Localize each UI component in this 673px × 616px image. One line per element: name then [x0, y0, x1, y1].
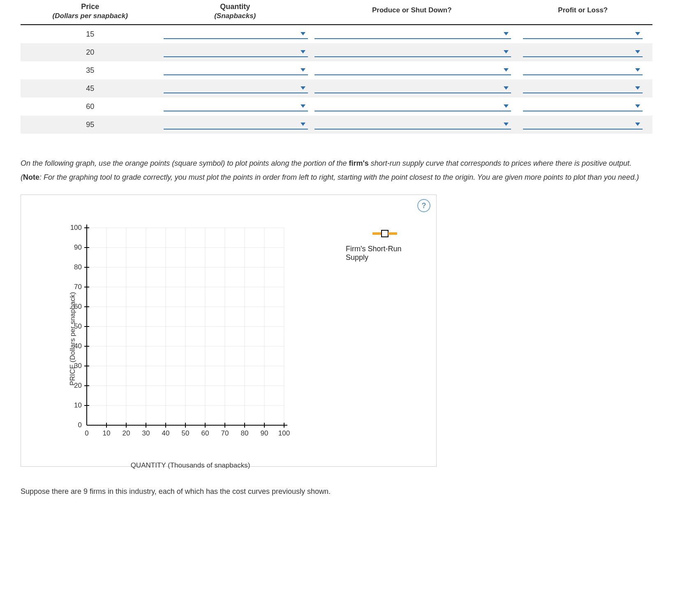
svg-marker-16 [504, 123, 509, 126]
x-tick: 90 [257, 429, 271, 438]
y-tick: 10 [65, 401, 82, 410]
svg-marker-17 [635, 123, 640, 126]
caret-down-icon [634, 31, 641, 36]
table-row: 45 [21, 79, 652, 97]
y-tick: 70 [65, 283, 82, 291]
x-tick: 50 [178, 429, 192, 438]
svg-marker-8 [635, 68, 640, 72]
square-symbol-icon [372, 230, 397, 237]
svg-marker-14 [635, 104, 640, 108]
x-tick: 70 [218, 429, 232, 438]
table-row: 15 [21, 25, 652, 43]
x-axis-label: QUANTITY (Thousands of snapbacks) [83, 461, 297, 470]
profit-dropdown[interactable] [523, 120, 643, 130]
quantity-dropdown[interactable] [164, 47, 308, 57]
caret-down-icon [503, 104, 509, 109]
caret-down-icon [503, 86, 509, 90]
quantity-dropdown[interactable] [164, 120, 308, 130]
table-row: 60 [21, 97, 652, 116]
svg-marker-3 [301, 50, 305, 53]
profit-dropdown[interactable] [523, 65, 643, 75]
th-price: Price [21, 0, 160, 12]
caret-down-icon [634, 49, 641, 54]
x-tick: 80 [238, 429, 252, 438]
quantity-dropdown[interactable] [164, 83, 308, 93]
caret-down-icon [503, 31, 509, 36]
y-tick: 100 [65, 224, 82, 232]
y-axis-label: PRICE (Dollars per snapback) [69, 292, 77, 386]
produce-dropdown[interactable] [315, 83, 511, 93]
price-cell: 45 [21, 79, 160, 97]
svg-marker-15 [301, 123, 305, 126]
profit-dropdown[interactable] [523, 47, 643, 57]
y-tick: 90 [65, 243, 82, 252]
x-tick: 30 [139, 429, 153, 438]
produce-dropdown[interactable] [315, 65, 511, 75]
svg-marker-4 [504, 50, 509, 53]
table-row: 20 [21, 43, 652, 61]
svg-marker-5 [635, 50, 640, 53]
svg-marker-1 [504, 32, 509, 35]
svg-marker-6 [301, 68, 305, 72]
produce-dropdown[interactable] [315, 102, 511, 111]
price-cell: 95 [21, 116, 160, 134]
table-row: 35 [21, 61, 652, 79]
caret-down-icon [634, 67, 641, 72]
caret-down-icon [300, 49, 306, 54]
produce-dropdown[interactable] [315, 120, 511, 130]
x-tick: 10 [99, 429, 113, 438]
graph-instructions: On the following graph, use the orange p… [21, 156, 652, 184]
th-quantity-sub: (Snapbacks) [160, 12, 310, 25]
caret-down-icon [503, 49, 509, 54]
svg-marker-10 [504, 86, 509, 90]
profit-dropdown[interactable] [523, 102, 643, 111]
caret-down-icon [300, 104, 306, 109]
x-tick: 0 [80, 429, 94, 438]
th-profit: Profit or Loss? [513, 0, 652, 25]
plot-area[interactable]: 0102030405060708090100 01020304050607080… [46, 224, 424, 454]
table-row: 95 [21, 116, 652, 134]
caret-down-icon [300, 122, 306, 127]
price-cell: 35 [21, 61, 160, 79]
profit-dropdown[interactable] [523, 29, 643, 39]
x-tick: 100 [277, 429, 291, 438]
svg-marker-0 [301, 32, 305, 35]
caret-down-icon [300, 86, 306, 90]
profit-dropdown[interactable] [523, 83, 643, 93]
caret-down-icon [634, 104, 641, 109]
svg-marker-9 [301, 86, 305, 90]
x-tick: 60 [198, 429, 212, 438]
svg-marker-11 [635, 86, 640, 90]
produce-dropdown[interactable] [315, 29, 511, 39]
svg-marker-12 [301, 104, 305, 108]
quantity-dropdown[interactable] [164, 29, 308, 39]
price-cell: 60 [21, 97, 160, 116]
caret-down-icon [634, 122, 641, 127]
caret-down-icon [503, 67, 509, 72]
price-table: Price Quantity Produce or Shut Down? Pro… [21, 0, 652, 134]
x-tick: 40 [159, 429, 173, 438]
legend-supply[interactable]: Firm's Short-Run Supply [346, 230, 424, 262]
produce-dropdown[interactable] [315, 47, 511, 57]
price-cell: 20 [21, 43, 160, 61]
th-price-sub: (Dollars per snapback) [21, 12, 160, 25]
th-quantity: Quantity [160, 0, 310, 12]
quantity-dropdown[interactable] [164, 65, 308, 75]
help-button[interactable]: ? [417, 199, 430, 212]
graph-panel: ? 0102030405060708090100 0102 [21, 195, 437, 467]
x-tick: 20 [119, 429, 133, 438]
price-cell: 15 [21, 25, 160, 43]
th-produce: Produce or Shut Down? [310, 0, 513, 25]
y-tick: 0 [65, 421, 82, 429]
svg-marker-2 [635, 32, 640, 35]
caret-down-icon [300, 67, 306, 72]
caret-down-icon [503, 122, 509, 127]
caret-down-icon [634, 86, 641, 90]
trailer-text: Suppose there are 9 firms in this indust… [21, 487, 652, 496]
svg-marker-7 [504, 68, 509, 72]
plot-grid [46, 224, 301, 438]
legend-label: Firm's Short-Run Supply [346, 245, 424, 262]
quantity-dropdown[interactable] [164, 102, 308, 111]
y-tick: 80 [65, 263, 82, 271]
caret-down-icon [300, 31, 306, 36]
